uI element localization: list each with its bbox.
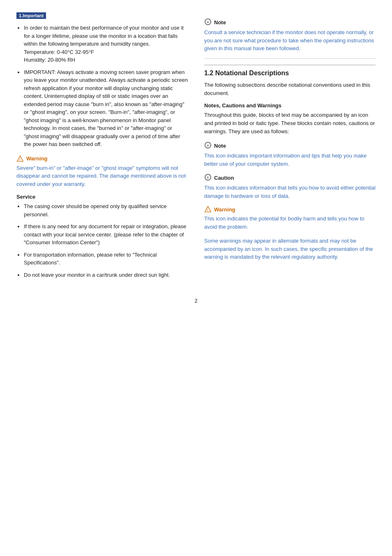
right-note-text: This icon indicates important informatio… <box>204 152 376 168</box>
right-warning-text1: This icon indicates the potential for bo… <box>204 215 376 231</box>
notes-cautions-warnings-heading: Notes, Cautions and Warnings <box>204 102 376 109</box>
right-warning-text2: Some warnings may appear in alternate fo… <box>204 237 376 261</box>
right-caution-text: This icon indicates information that tel… <box>204 184 376 200</box>
list-item: IMPORTANT: Always activate a moving scre… <box>24 68 188 148</box>
section-12-heading: 1.2 Notational Descriptions <box>204 65 376 77</box>
right-note-title: ≡ Note <box>204 141 376 150</box>
right-warning-label: Warning <box>214 206 235 213</box>
note-icon: ≡ <box>204 141 212 150</box>
list-item: If there is any need for any document fo… <box>24 222 188 247</box>
right-note-label: Note <box>214 143 226 149</box>
left-warning-label: Warning <box>26 155 48 162</box>
list-item: The casing cover should be opened only b… <box>24 202 188 218</box>
svg-text:!: ! <box>19 158 20 161</box>
right-note-block: ≡ Note This icon indicates important inf… <box>204 141 376 168</box>
right-warning-block: ! Warning This icon indicates the potent… <box>204 206 376 261</box>
svg-text:≡: ≡ <box>207 144 209 148</box>
right-top-note-label: Note <box>214 19 226 25</box>
list-item: In order to maintain the best performanc… <box>24 24 188 64</box>
service-bullets: The casing cover should be opened only b… <box>16 202 188 279</box>
left-warning-text: Severe" burn-in" or "after-image" or "gh… <box>16 164 188 188</box>
list-item: For transportation information, please r… <box>24 251 188 267</box>
left-warning-block: ! Warning Severe" burn-in" or "after-ima… <box>16 155 188 188</box>
right-caution-title: ! Caution <box>204 174 376 182</box>
notes-body-text: Throughout this guide, blocks of text ma… <box>204 111 376 136</box>
note-icon-top: ≡ <box>204 18 212 27</box>
right-top-note-title: ≡ Note <box>204 18 376 27</box>
right-caution-label: Caution <box>214 175 234 181</box>
intro-bullets: In order to maintain the best performanc… <box>16 24 188 148</box>
svg-text:!: ! <box>207 175 208 180</box>
warning-icon: ! <box>16 155 24 162</box>
section-tag: 1.Important <box>16 12 46 19</box>
warning-icon-right: ! <box>204 206 212 213</box>
list-item: Do not leave your monitor in a car/trunk… <box>24 271 188 279</box>
svg-text:!: ! <box>207 208 208 212</box>
right-top-note-text: Consult a service technician if the moni… <box>204 28 376 53</box>
right-caution-block: ! Caution This icon indicates informatio… <box>204 174 376 200</box>
page-number: 2 <box>16 298 376 304</box>
svg-text:≡: ≡ <box>207 20 209 24</box>
section-divider <box>204 58 376 59</box>
service-heading: Service <box>16 194 188 200</box>
left-warning-title: ! Warning <box>16 155 188 162</box>
right-warning-title: ! Warning <box>204 206 376 213</box>
right-top-note: ≡ Note Consult a service technician if t… <box>204 18 376 53</box>
section-12-intro: The following subsections describe notat… <box>204 81 376 97</box>
caution-icon: ! <box>204 174 212 182</box>
